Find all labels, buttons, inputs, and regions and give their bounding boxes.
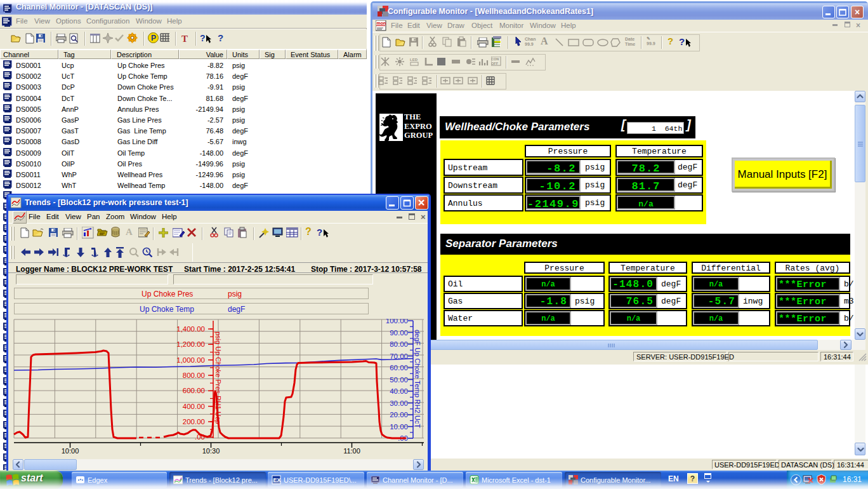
svg-text:80.00: 80.00 (390, 340, 408, 348)
svg-text:200.00: 200.00 (183, 418, 205, 425)
svg-text:10.00: 10.00 (390, 423, 408, 431)
svg-text:400.00: 400.00 (183, 403, 205, 410)
svg-text:mon: mon (377, 21, 386, 25)
svg-text:50.00: 50.00 (390, 376, 408, 384)
svg-text:30.00: 30.00 (390, 399, 408, 407)
svg-text:T: T (181, 34, 188, 43)
svg-text:psig Up Choke Pres RH1 Ucp: psig Up Choke Pres RH1 Ucp (214, 332, 222, 424)
svg-text:?: ? (317, 227, 322, 238)
svg-text:degF Up Choke Temp RH2 UcT: degF Up Choke Temp RH2 UcT (414, 330, 421, 428)
svg-text:?: ? (679, 36, 685, 47)
svg-text:1,400.00: 1,400.00 (176, 325, 205, 333)
svg-text:90.00: 90.00 (390, 329, 408, 337)
svg-text:10:30: 10:30 (202, 447, 220, 455)
svg-text:?: ? (200, 33, 206, 43)
svg-text:LED: LED (410, 58, 418, 62)
svg-text:1,200.00: 1,200.00 (176, 340, 205, 348)
svg-text:?: ? (218, 32, 223, 43)
svg-text:40.00: 40.00 (390, 387, 408, 395)
svg-text:60.00: 60.00 (390, 364, 408, 372)
svg-text:800.00: 800.00 (183, 372, 205, 379)
svg-text:P: P (151, 34, 156, 43)
svg-text:1,000.00: 1,000.00 (176, 356, 205, 364)
svg-text:600.00: 600.00 (183, 387, 205, 394)
svg-text:20.00: 20.00 (390, 411, 408, 419)
svg-text:11:00: 11:00 (343, 447, 360, 455)
svg-text:OFF: OFF (491, 62, 499, 65)
svg-text:10:00: 10:00 (62, 447, 79, 455)
svg-text:100.00: 100.00 (386, 319, 408, 325)
svg-text:CON: CON (491, 57, 499, 61)
